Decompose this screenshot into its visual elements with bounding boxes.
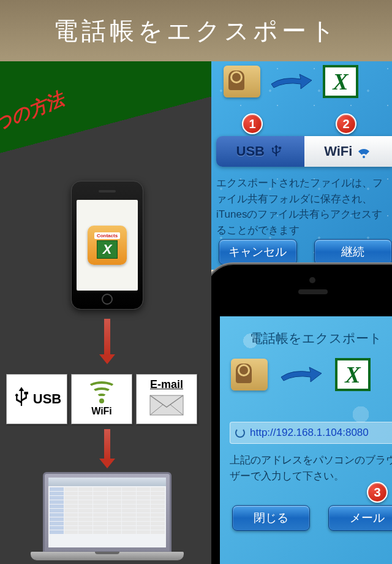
- arrow-down-icon: [104, 429, 110, 460]
- contacts-app-icon: Contacts X: [88, 226, 127, 265]
- mode-segment[interactable]: USB WiFi: [216, 136, 392, 167]
- cancel-button[interactable]: キャンセル: [219, 239, 297, 265]
- usb-method: USB: [6, 374, 67, 424]
- usb-icon: [268, 143, 284, 159]
- right-panel: X 1 2 USB WiFi エクスポートされたファイルは、ファイル共有フォルダ…: [211, 61, 392, 564]
- url-text: http://192.168.1.104:8080: [250, 427, 391, 439]
- mini-phone: Contacts X: [71, 181, 143, 310]
- methods-label: 3つの方法: [0, 86, 68, 142]
- contacts-icon: [231, 359, 268, 391]
- close-button[interactable]: 閉じる: [232, 505, 310, 531]
- phone-screen-1: X 1 2 USB WiFi エクスポートされたファイルは、ファイル共有フォルダ…: [211, 61, 392, 270]
- green-header: 3つの方法: [0, 61, 211, 172]
- mail-icon: [149, 395, 184, 416]
- email-method: E-mail: [136, 374, 197, 424]
- url-box[interactable]: http://192.168.1.104:8080 ▾: [230, 422, 392, 444]
- excel-icon: X: [335, 358, 371, 391]
- phone-frame-2: 電話帳をエクスポート X http://192.168.1.104:8080 ▾…: [211, 264, 392, 564]
- wifi-method: WiFi: [71, 374, 132, 424]
- segment-usb[interactable]: USB: [216, 136, 304, 167]
- arrow-down-icon: [104, 319, 110, 356]
- banner-title: 電話帳をエクスポート: [53, 14, 339, 48]
- step-badge-2: 2: [336, 113, 356, 134]
- laptop-illustration: [31, 472, 184, 564]
- hint-text: 上記のアドレスをパソコンのブラウザーで入力して下さい。: [230, 452, 392, 484]
- usb-icon: [12, 386, 31, 413]
- step-badge-1: 1: [242, 113, 263, 134]
- wifi-icon: [87, 381, 116, 405]
- left-panel: 3つの方法 Contacts X USB WiFi E-m: [0, 61, 211, 564]
- arrow-right-icon: [280, 366, 323, 383]
- main-area: 3つの方法 Contacts X USB WiFi E-m: [0, 61, 392, 564]
- info-text: エクスポートされたファイルは、ファイル共有フォルダに保存され、iTunesのファ…: [216, 175, 392, 238]
- step-badge-3: 3: [367, 482, 388, 503]
- mail-button[interactable]: メール: [328, 505, 392, 531]
- contacts-icon: [224, 66, 260, 97]
- segment-wifi[interactable]: WiFi: [304, 136, 393, 167]
- method-icons: USB WiFi E-mail: [6, 374, 197, 424]
- spinner-icon: [235, 428, 245, 438]
- conversion-icons: X: [224, 61, 392, 101]
- wifi-icon: [356, 143, 372, 159]
- conversion-icons: X: [231, 358, 392, 391]
- top-banner: 電話帳をエクスポート: [0, 0, 392, 61]
- phone-screen-2: 電話帳をエクスポート X http://192.168.1.104:8080 ▾…: [220, 316, 392, 564]
- continue-button[interactable]: 継続: [314, 239, 393, 265]
- excel-icon: X: [323, 65, 358, 98]
- screen-title: 電話帳をエクスポート: [220, 330, 392, 347]
- arrow-right-icon: [270, 73, 313, 90]
